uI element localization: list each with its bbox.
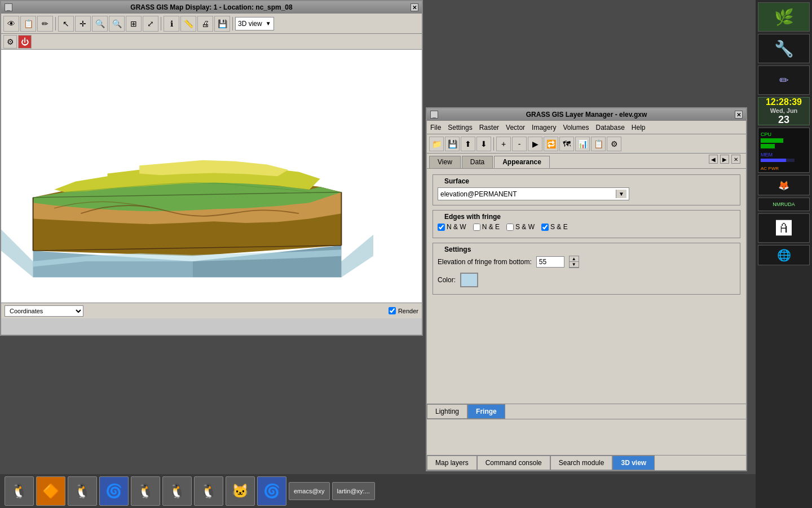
tab-appearance[interactable]: Appearance — [494, 156, 550, 168]
sep4 — [493, 137, 494, 151]
notebook-commandconsole[interactable]: Command console — [477, 456, 550, 470]
save-btn[interactable]: 💾 — [214, 16, 230, 32]
spinner-up[interactable]: ▲ — [570, 256, 579, 262]
lm-tb-4[interactable]: ⬇ — [476, 137, 491, 151]
menu-settings[interactable]: Settings — [448, 124, 472, 132]
rp-network-icon[interactable]: 🌐 — [758, 245, 810, 265]
menu-help[interactable]: Help — [632, 124, 646, 132]
coordinates-select[interactable]: Coordinates — [5, 305, 83, 317]
menu-imagery[interactable]: Imagery — [532, 124, 556, 132]
surface-dropdown[interactable]: elevation@PERMANENT ▼ — [438, 187, 629, 200]
cb-nw-input[interactable] — [438, 224, 445, 231]
cb-sw[interactable]: S & W — [506, 223, 535, 231]
lm-minimize-btn[interactable]: _ — [430, 111, 438, 119]
render-checkbox[interactable] — [389, 307, 396, 314]
sep1 — [55, 17, 56, 30]
menu-raster[interactable]: Raster — [479, 124, 499, 132]
taskbar-app-4[interactable]: 🐧 — [131, 476, 160, 506]
zoom-region-btn[interactable]: ⊞ — [126, 16, 142, 32]
lm-tb-10[interactable]: 📊 — [575, 137, 590, 151]
svg-rect-17 — [761, 144, 775, 148]
taskbar-app-8[interactable]: 🌀 — [257, 476, 286, 506]
measure-btn[interactable]: 📏 — [180, 16, 196, 32]
surface-dropdown-arrow[interactable]: ▼ — [616, 190, 626, 198]
gear-btn[interactable]: ⚙ — [3, 35, 17, 49]
lm-tb-5[interactable]: + — [496, 137, 511, 151]
map-close-btn[interactable]: ✕ — [411, 3, 418, 11]
eye-btn[interactable]: 👁 — [3, 16, 19, 32]
taskbar-app-2[interactable]: 🐧 — [68, 476, 97, 506]
lm-tb-6[interactable]: - — [512, 137, 527, 151]
lm-tb-9[interactable]: 🗺 — [559, 137, 574, 151]
notebook-3dview[interactable]: 3D view — [612, 456, 655, 470]
cursor-btn[interactable]: ↖ — [58, 16, 74, 32]
map-minimize-btn[interactable]: _ — [5, 3, 12, 11]
color-row: Color: — [438, 270, 735, 290]
menu-volumes[interactable]: Volumes — [563, 124, 589, 132]
menu-vector[interactable]: Vector — [506, 124, 525, 132]
info-btn[interactable]: ℹ — [164, 16, 179, 32]
cb-ne-input[interactable] — [473, 224, 480, 231]
map-display-window: _ GRASS GIS Map Display: 1 - Location: n… — [0, 0, 423, 336]
view-dropdown[interactable]: 3D view ▼ — [235, 17, 274, 30]
edges-checkboxes: N & W N & E S & W S & E — [438, 221, 735, 233]
render-checkbox-label[interactable]: Render — [389, 307, 418, 314]
lighting-tab[interactable]: Lighting — [427, 404, 467, 419]
lm-tb-11[interactable]: 📋 — [591, 137, 606, 151]
rp-app-icon-1[interactable]: 🔧 — [758, 34, 810, 63]
rp-app-icon-2[interactable]: ✏ — [758, 65, 810, 95]
tab-data[interactable]: Data — [462, 156, 493, 168]
taskbar-emacs[interactable]: emacs@xy — [289, 482, 330, 500]
notebook-searchmodule[interactable]: Search module — [550, 456, 613, 470]
lm-tb-2[interactable]: 💾 — [445, 137, 460, 151]
tab-close-arrow[interactable]: ✕ — [731, 155, 740, 164]
print-btn[interactable]: 🖨 — [197, 16, 213, 32]
elevation-label: Elevation of fringe from bottom: — [438, 258, 532, 266]
zoom-out-btn[interactable]: 🔍 — [109, 16, 125, 32]
grass-logo-widget[interactable]: 🌿 — [758, 2, 810, 32]
color-swatch[interactable] — [460, 273, 478, 287]
cb-nw[interactable]: N & W — [438, 223, 466, 231]
elevation-row: Elevation of fringe from bottom: ▲ ▼ — [438, 253, 735, 270]
cb-se[interactable]: S & E — [541, 223, 568, 231]
settings-toolbar: ⚙ ⏻ — [1, 34, 422, 50]
taskbar-terminal[interactable]: lartin@xy:... — [332, 482, 375, 500]
taskbar-app-3[interactable]: 🌀 — [99, 476, 129, 506]
fringe-tab[interactable]: Fringe — [467, 404, 505, 419]
taskbar-app-6[interactable]: 🐧 — [194, 476, 223, 506]
pencil-btn[interactable]: ✏ — [37, 16, 53, 32]
taskbar-app-1[interactable]: 🔶 — [36, 476, 65, 506]
layer-btn[interactable]: 📋 — [20, 16, 36, 32]
lm-tb-8[interactable]: 🔁 — [544, 137, 558, 151]
zoom-fit-btn[interactable]: ⤢ — [143, 16, 158, 32]
appearance-tab-bar: View Data Appearance ◀ ▶ ✕ — [427, 154, 746, 168]
taskbar-app-5[interactable]: 🐧 — [162, 476, 192, 506]
tab-prev-arrow[interactable]: ◀ — [709, 155, 718, 164]
taskbar-app-0[interactable]: 🐧 — [5, 476, 34, 506]
lm-tb-12[interactable]: ⚙ — [607, 137, 621, 151]
tab-view[interactable]: View — [429, 156, 461, 168]
cb-se-input[interactable] — [541, 224, 549, 231]
tab-next-arrow[interactable]: ▶ — [720, 155, 729, 164]
spinner-down[interactable]: ▼ — [570, 262, 579, 268]
menu-file[interactable]: File — [430, 124, 441, 132]
menu-database[interactable]: Database — [595, 124, 624, 132]
cb-ne[interactable]: N & E — [473, 223, 500, 231]
clock-weekday: Wed, Jun — [770, 107, 798, 114]
layer-toolbar: 📁 💾 ⬆ ⬇ + - ▶ 🔁 🗺 📊 📋 ⚙ — [427, 134, 746, 154]
zoom-in-btn[interactable]: 🔍 — [92, 16, 108, 32]
lm-tb-3[interactable]: ⬆ — [461, 137, 475, 151]
map-display-titlebar: _ GRASS GIS Map Display: 1 - Location: n… — [1, 1, 422, 14]
cb-sw-input[interactable] — [506, 224, 514, 231]
move-btn[interactable]: ✛ — [75, 16, 91, 32]
svg-rect-20 — [761, 159, 786, 162]
lm-tb-1[interactable]: 📁 — [429, 137, 444, 151]
taskbar-app-7[interactable]: 🐱 — [226, 476, 255, 506]
elevation-input[interactable] — [536, 256, 564, 268]
power-btn[interactable]: ⏻ — [18, 35, 32, 49]
rp-app-icon-bottom[interactable]: 🅰 — [758, 213, 810, 243]
lm-tb-7[interactable]: ▶ — [528, 137, 542, 151]
lm-close-btn[interactable]: ✕ — [735, 111, 743, 119]
rp-browser-icon[interactable]: 🦊 — [758, 175, 810, 195]
notebook-maplayers[interactable]: Map layers — [427, 456, 477, 470]
